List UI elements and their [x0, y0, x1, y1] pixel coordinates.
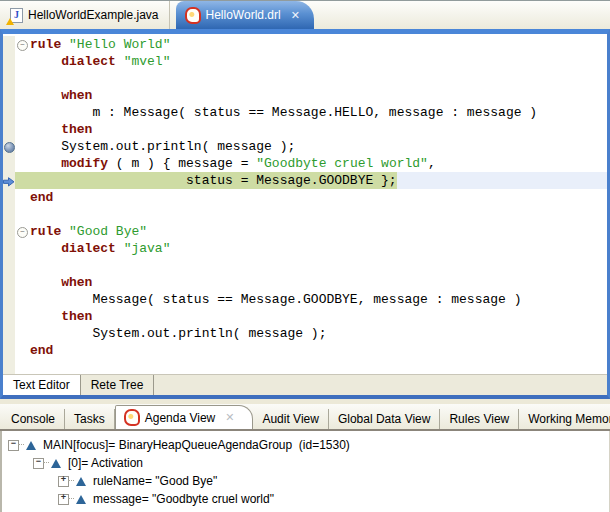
page-tab-rete-tree[interactable]: Rete Tree	[81, 375, 155, 395]
warning-overlay-icon	[6, 18, 14, 25]
code-token	[116, 54, 124, 69]
fold-collapse-icon[interactable]	[17, 227, 28, 238]
marker-gutter[interactable]	[3, 342, 15, 359]
code-line: System.out.println( message );	[3, 138, 607, 155]
view-tab-label: Audit View	[262, 412, 318, 426]
code-token: rule	[30, 37, 61, 52]
expander-minus-icon[interactable]: −	[33, 458, 44, 469]
code-text: end	[30, 342, 53, 359]
code-text: then	[30, 121, 92, 138]
code-token: when	[61, 275, 92, 290]
property-icon	[76, 495, 86, 504]
fold-collapse-icon[interactable]	[17, 40, 28, 51]
tree-item[interactable]: −MAIN[focus]= BinaryHeapQueueAgendaGroup…	[2, 436, 609, 454]
view-tab-label: Tasks	[74, 412, 105, 426]
code-line: modify ( m ) { message = "Goodbyte cruel…	[3, 155, 607, 172]
view-tab-working-memory-view[interactable]: Working Memory View	[519, 409, 610, 429]
code-token: dialect	[61, 54, 116, 69]
tree-item-label: ruleName= "Good Bye"	[93, 474, 217, 488]
marker-gutter[interactable]	[3, 274, 15, 291]
code-editor[interactable]: rule "Hello World" dialect "mvel" when m…	[3, 34, 607, 374]
code-text: Message( status == Message.GOODBYE, mess…	[30, 291, 521, 308]
code-token	[30, 156, 61, 171]
view-tab-console[interactable]: Console	[2, 409, 65, 429]
code-token: System.out.println( message );	[30, 326, 326, 341]
view-tab-label: Rules View	[449, 412, 509, 426]
fold-gutter	[15, 53, 30, 70]
code-text: then	[30, 308, 92, 325]
instruction-pointer-icon	[3, 176, 15, 190]
code-line: then	[3, 121, 607, 138]
code-token: then	[61, 309, 92, 324]
close-icon[interactable]: ✕	[291, 9, 300, 22]
close-icon[interactable]: ✕	[225, 411, 234, 424]
breakpoint-icon[interactable]	[4, 142, 15, 153]
marker-gutter[interactable]	[3, 138, 15, 155]
marker-gutter[interactable]	[3, 223, 15, 240]
view-tab-global-data-view[interactable]: Global Data View	[329, 409, 441, 429]
fold-gutter	[15, 87, 30, 104]
expander-plus-icon[interactable]: +	[58, 476, 69, 487]
marker-gutter[interactable]	[3, 70, 15, 87]
code-text: end	[30, 189, 53, 206]
marker-gutter[interactable]	[3, 36, 15, 53]
view-tab-label: Global Data View	[338, 412, 431, 426]
marker-gutter[interactable]	[3, 172, 15, 189]
marker-gutter[interactable]	[3, 121, 15, 138]
view-tab-agenda-view[interactable]: Agenda View✕	[115, 405, 254, 429]
tree-item[interactable]: +message= "Goodbyte cruel world"	[2, 490, 609, 508]
fold-gutter	[15, 189, 30, 206]
code-text: rule "Hello World"	[30, 36, 170, 53]
marker-gutter[interactable]	[3, 257, 15, 274]
code-line: status = Message.GOODBYE };	[3, 172, 607, 189]
code-token	[61, 224, 69, 239]
marker-gutter[interactable]	[3, 206, 15, 223]
fold-gutter	[15, 359, 30, 374]
editor-tab-helloworldexample-java[interactable]: HelloWorldExample.java	[0, 1, 170, 29]
page-tab-text-editor[interactable]: Text Editor	[3, 375, 81, 395]
code-line	[3, 70, 607, 87]
expander-minus-icon[interactable]: −	[8, 440, 19, 451]
fold-gutter	[15, 325, 30, 342]
agenda-tree: −MAIN[focus]= BinaryHeapQueueAgendaGroup…	[0, 431, 610, 512]
fold-gutter	[15, 223, 30, 240]
view-tab-tasks[interactable]: Tasks	[65, 409, 115, 429]
code-line: Message( status == Message.GOODBYE, mess…	[3, 291, 607, 308]
marker-gutter[interactable]	[3, 240, 15, 257]
code-token: System.out.println( message );	[30, 139, 295, 154]
expander-plus-icon[interactable]: +	[58, 494, 69, 505]
code-token: ( m ) { message =	[108, 156, 256, 171]
tree-item-label: message= "Goodbyte cruel world"	[93, 492, 274, 506]
code-line: dialect "java"	[3, 240, 607, 257]
view-tab-rules-view[interactable]: Rules View	[440, 409, 519, 429]
code-line: dialect "mvel"	[3, 53, 607, 70]
code-line: rule "Good Bye"	[3, 223, 607, 240]
marker-gutter[interactable]	[3, 308, 15, 325]
tree-item[interactable]: −[0]= Activation	[2, 454, 609, 472]
tree-item[interactable]: +ruleName= "Good Bye"	[2, 472, 609, 490]
marker-gutter	[3, 359, 15, 374]
marker-gutter[interactable]	[3, 53, 15, 70]
code-line: end	[3, 189, 607, 206]
code-text: when	[30, 274, 92, 291]
code-token	[30, 241, 61, 256]
editor-tab-label: HelloWorld.drl	[206, 8, 281, 22]
marker-gutter[interactable]	[3, 189, 15, 206]
fold-gutter	[15, 291, 30, 308]
marker-gutter[interactable]	[3, 325, 15, 342]
marker-gutter[interactable]	[3, 155, 15, 172]
code-token: m : Message( status == Message.HELLO, me…	[30, 105, 537, 120]
code-token: rule	[30, 224, 61, 239]
code-text: System.out.println( message );	[30, 325, 326, 342]
marker-gutter[interactable]	[3, 104, 15, 121]
view-tab-audit-view[interactable]: Audit View	[253, 409, 328, 429]
code-token: ,	[428, 156, 436, 171]
fold-gutter	[15, 121, 30, 138]
marker-gutter[interactable]	[3, 291, 15, 308]
activation-icon	[51, 459, 61, 468]
code-line: rule "Hello World"	[3, 36, 607, 53]
editor-pane: rule "Hello World" dialect "mvel" when m…	[0, 29, 610, 399]
editor-tab-helloworld-drl[interactable]: HelloWorld.drl✕	[176, 1, 314, 29]
code-token	[61, 37, 69, 52]
marker-gutter[interactable]	[3, 87, 15, 104]
